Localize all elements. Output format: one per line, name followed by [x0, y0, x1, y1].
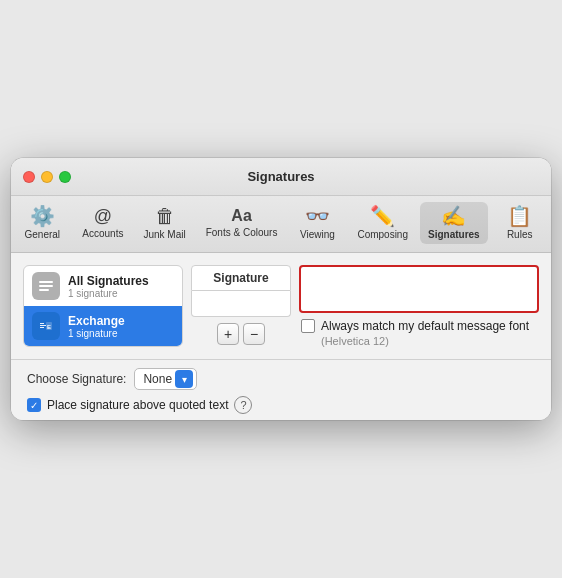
middle-body — [191, 291, 291, 317]
all-signatures-text: All Signatures 1 signature — [68, 274, 149, 299]
all-signatures-sub: 1 signature — [68, 288, 149, 299]
exchange-sub: 1 signature — [68, 328, 125, 339]
exchange-name: Exchange — [68, 314, 125, 328]
place-sig-checkbox[interactable]: ✓ — [27, 398, 41, 412]
toolbar-label-general: General — [25, 229, 61, 240]
help-button[interactable]: ? — [234, 396, 252, 414]
choose-signature-select[interactable]: None — [134, 368, 197, 390]
titlebar: Signatures — [11, 158, 551, 196]
svg-rect-1 — [39, 285, 53, 287]
window: Signatures ⚙️ General @ Accounts 🗑 Junk … — [11, 158, 551, 420]
toolbar-item-accounts[interactable]: @ Accounts — [74, 203, 131, 243]
all-signatures-name: All Signatures — [68, 274, 149, 288]
close-button[interactable] — [23, 171, 35, 183]
toolbar-label-rules: Rules — [507, 229, 533, 240]
toolbar-label-junk-mail: Junk Mail — [143, 229, 185, 240]
svg-rect-0 — [39, 281, 53, 283]
toolbar-item-general[interactable]: ⚙️ General — [14, 202, 70, 244]
fonts-icon: Aa — [231, 208, 251, 224]
toolbar-label-signatures: Signatures — [428, 229, 480, 240]
toolbar-item-viewing[interactable]: 👓 Viewing — [289, 202, 345, 244]
main-area: All Signatures 1 signature E — [23, 265, 539, 347]
toolbar-item-signatures[interactable]: ✍️ Signatures — [420, 202, 488, 244]
rules-icon: 📋 — [507, 206, 532, 226]
minimize-button[interactable] — [41, 171, 53, 183]
maximize-button[interactable] — [59, 171, 71, 183]
choose-signature-select-wrap: None ▾ — [134, 368, 197, 390]
viewing-icon: 👓 — [305, 206, 330, 226]
exchange-avatar: E — [32, 312, 60, 340]
font-match-row: Always match my default message font — [301, 319, 537, 333]
svg-text:E: E — [47, 324, 51, 330]
bottom-bar: Choose Signature: None ▾ ✓ Place signatu… — [11, 359, 551, 420]
middle-header: Signature — [191, 265, 291, 291]
place-sig-label: Place signature above quoted text — [47, 398, 228, 412]
toolbar-item-junk-mail[interactable]: 🗑 Junk Mail — [135, 202, 193, 244]
traffic-lights — [23, 171, 71, 183]
all-signatures-avatar — [32, 272, 60, 300]
toolbar: ⚙️ General @ Accounts 🗑 Junk Mail Aa Fon… — [11, 196, 551, 253]
sidebar-item-exchange[interactable]: E Exchange 1 signature — [24, 306, 182, 346]
toolbar-item-fonts-colours[interactable]: Aa Fonts & Colours — [198, 204, 286, 242]
svg-rect-2 — [39, 289, 49, 291]
exchange-text: Exchange 1 signature — [68, 314, 125, 339]
sidebar: All Signatures 1 signature E — [23, 265, 183, 347]
right-panel: Always match my default message font (He… — [299, 265, 539, 347]
sidebar-item-all-signatures[interactable]: All Signatures 1 signature — [24, 266, 182, 306]
font-match-checkbox[interactable] — [301, 319, 315, 333]
font-hint: (Helvetica 12) — [301, 335, 537, 347]
choose-signature-row: Choose Signature: None ▾ — [27, 368, 535, 390]
accounts-icon: @ — [94, 207, 112, 225]
window-title: Signatures — [247, 169, 314, 184]
toolbar-label-viewing: Viewing — [300, 229, 335, 240]
add-signature-button[interactable]: + — [217, 323, 239, 345]
choose-signature-label: Choose Signature: — [27, 372, 126, 386]
remove-signature-button[interactable]: − — [243, 323, 265, 345]
preview-footer: Always match my default message font (He… — [299, 313, 539, 347]
font-match-label: Always match my default message font — [321, 319, 529, 333]
toolbar-label-accounts: Accounts — [82, 228, 123, 239]
gear-icon: ⚙️ — [30, 206, 55, 226]
junk-mail-icon: 🗑 — [155, 206, 175, 226]
place-signature-row: ✓ Place signature above quoted text ? — [27, 396, 535, 414]
signature-preview[interactable] — [299, 265, 539, 313]
middle-actions: + − — [191, 317, 291, 347]
toolbar-item-rules[interactable]: 📋 Rules — [492, 202, 548, 244]
toolbar-label-fonts: Fonts & Colours — [206, 227, 278, 238]
signatures-icon: ✍️ — [441, 206, 466, 226]
composing-icon: ✏️ — [370, 206, 395, 226]
toolbar-label-composing: Composing — [357, 229, 408, 240]
middle-panel: Signature + − — [191, 265, 291, 347]
content: All Signatures 1 signature E — [11, 253, 551, 359]
toolbar-item-composing[interactable]: ✏️ Composing — [349, 202, 416, 244]
